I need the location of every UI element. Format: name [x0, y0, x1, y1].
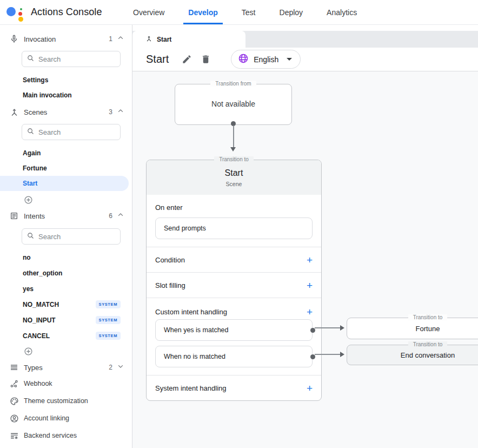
sidebar-link-account-linking[interactable]: Account linking: [0, 410, 132, 427]
transition-target-fortune[interactable]: Transition to Fortune: [347, 318, 478, 339]
edit-icon[interactable]: [182, 54, 192, 64]
nav-test[interactable]: Test: [242, 0, 256, 24]
chevron-up-icon: [117, 107, 124, 117]
section-label: Types: [24, 364, 109, 372]
intent-handler-yes[interactable]: When yes is matched: [155, 319, 313, 341]
search-icon: [26, 127, 35, 137]
search-icon: [26, 54, 35, 64]
invocation-search-input[interactable]: [38, 55, 103, 63]
section-intents[interactable]: Intents 6: [0, 208, 132, 223]
scene-card-subtitle: Scene: [147, 181, 321, 187]
condition-section: Condition +: [147, 247, 321, 272]
section-count: 2: [109, 364, 112, 371]
chevron-down-icon: [117, 363, 124, 372]
scene-toolbar: Start English: [132, 48, 478, 71]
scene-merge-icon: [145, 35, 152, 44]
scene-card-title: Start: [147, 160, 321, 178]
slot-filling-section: Slot filling +: [147, 272, 321, 298]
language-selector[interactable]: English: [231, 50, 301, 69]
app-title: Actions Console: [31, 6, 102, 18]
transition-target-label: Fortune: [416, 325, 440, 333]
sidebar-item-start[interactable]: Start: [0, 176, 129, 191]
section-label: Scenes: [24, 108, 109, 116]
transition-to-legend: Transition to: [408, 314, 448, 320]
add-custom-intent-button[interactable]: +: [307, 307, 313, 317]
microphone-icon: [9, 34, 19, 44]
transition-from-value: Not available: [175, 100, 291, 108]
sidebar-item-settings[interactable]: Settings: [0, 73, 132, 88]
send-prompts-item[interactable]: Send prompts: [155, 218, 313, 239]
webhook-icon: [9, 378, 19, 389]
chevron-down-icon: [287, 58, 292, 61]
sidebar-item-cancel[interactable]: CANCEL SYSTEM: [0, 328, 132, 344]
scene-card-header: Start Scene: [147, 160, 321, 195]
transition-target-end-conversation[interactable]: Transition to End conversation: [347, 345, 478, 365]
nav-overview[interactable]: Overview: [133, 0, 164, 24]
sidebar-item-again[interactable]: Again: [0, 146, 132, 161]
on-enter-label: On enter: [155, 203, 313, 212]
section-label: Invocation: [24, 35, 109, 43]
intents-search-input[interactable]: [38, 233, 103, 241]
scene-canvas: Transition from Not available Transition…: [132, 71, 478, 448]
top-nav: Overview Develop Test Deploy Analytics: [133, 0, 357, 24]
sidebar-link-backend-services[interactable]: Backend services: [0, 427, 132, 444]
language-value: English: [254, 55, 278, 64]
sidebar-item-fortune[interactable]: Fortune: [0, 161, 132, 176]
globe-icon: [238, 53, 249, 66]
sidebar-item-no[interactable]: no: [0, 249, 132, 265]
sidebar-link-theme-customization[interactable]: Theme customization: [0, 392, 132, 410]
delete-icon[interactable]: [201, 54, 211, 64]
chevron-up-icon: [117, 34, 124, 44]
scene-title: Start: [146, 53, 169, 65]
add-intent-button[interactable]: [24, 347, 33, 356]
assistant-logo-icon: [6, 3, 25, 22]
add-scene-button[interactable]: [24, 195, 33, 205]
transition-target-label: End conversation: [401, 351, 455, 359]
backend-services-icon: [9, 430, 19, 441]
nav-analytics[interactable]: Analytics: [327, 0, 357, 24]
tab-strip: Start: [132, 31, 478, 48]
on-enter-section: On enter Send prompts: [147, 195, 321, 247]
sidebar-item-no-input[interactable]: NO_INPUT SYSTEM: [0, 312, 132, 328]
section-types[interactable]: Types 2: [0, 360, 132, 375]
palette-icon: [9, 396, 19, 406]
nav-develop[interactable]: Develop: [188, 0, 217, 24]
add-system-intent-button[interactable]: +: [307, 383, 313, 393]
system-badge: SYSTEM: [96, 332, 121, 340]
account-circle-icon: [9, 413, 19, 424]
scene-merge-icon: [9, 107, 19, 117]
intents-document-icon: [9, 210, 19, 221]
sidebar-item-no-match[interactable]: NO_MATCH SYSTEM: [0, 297, 132, 312]
invocation-search: [22, 51, 121, 67]
transition-from-legend: Transition from: [210, 81, 256, 87]
system-badge: SYSTEM: [96, 300, 121, 308]
condition-label: Condition: [155, 256, 185, 264]
sidebar-link-webhook[interactable]: Webhook: [0, 375, 132, 392]
connector-arrowhead: [340, 325, 344, 331]
intents-search: [22, 228, 121, 245]
types-list-icon: [9, 362, 19, 373]
connector-arrowhead: [340, 352, 344, 357]
section-label: Intents: [24, 212, 109, 220]
section-count: 3: [109, 108, 112, 116]
slot-filling-label: Slot filling: [155, 281, 185, 289]
section-count: 1: [109, 35, 112, 43]
section-scenes[interactable]: Scenes 3: [0, 104, 132, 120]
system-badge: SYSTEM: [96, 316, 121, 324]
scenes-search-input[interactable]: [38, 128, 103, 136]
section-count: 6: [109, 212, 112, 220]
tab-start[interactable]: Start: [132, 31, 245, 48]
sidebar-item-other-option[interactable]: other_option: [0, 265, 132, 281]
sidebar-item-main-invocation[interactable]: Main invocation: [0, 88, 132, 103]
sidebar-item-yes[interactable]: yes: [0, 281, 132, 297]
scene-card: Transition to Start Scene On enter Send …: [146, 160, 322, 401]
add-slot-button[interactable]: +: [307, 280, 313, 291]
sidebar: Invocation 1 Settings Main invocation Sc…: [0, 25, 132, 448]
app-header: Actions Console Overview Develop Test De…: [0, 0, 478, 25]
system-intent-label: System intent handling: [155, 384, 227, 392]
section-invocation[interactable]: Invocation 1: [0, 31, 132, 47]
scenes-search: [22, 124, 121, 140]
intent-handler-no[interactable]: When no is matched: [155, 346, 313, 367]
nav-deploy[interactable]: Deploy: [280, 0, 303, 24]
add-condition-button[interactable]: +: [307, 255, 313, 265]
